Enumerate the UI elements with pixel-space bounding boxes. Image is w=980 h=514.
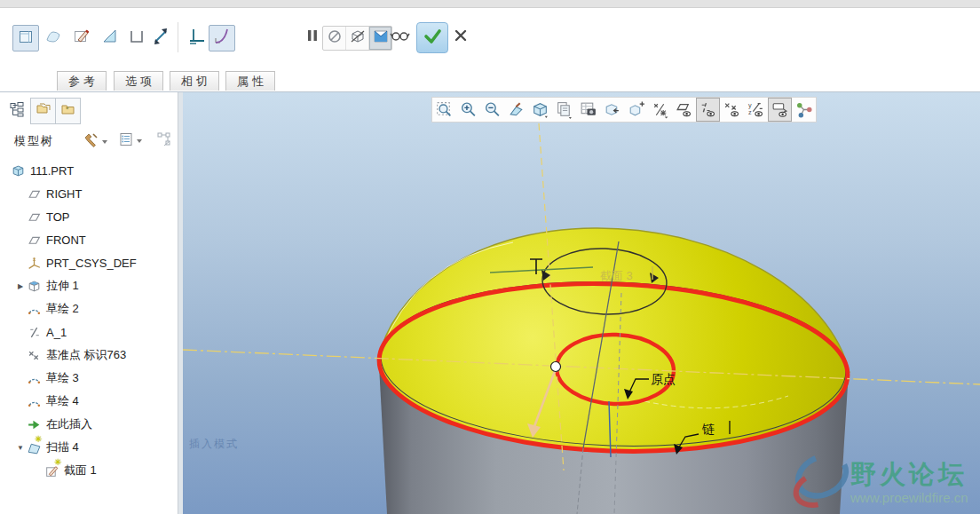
double-arrow-icon: [150, 26, 171, 51]
point-display-button[interactable]: [720, 98, 744, 122]
expand-icon[interactable]: ▶: [14, 282, 27, 290]
display-style-button[interactable]: [528, 98, 552, 122]
flip-direction-button[interactable]: [147, 25, 174, 51]
tree-item-front-plane[interactable]: FRONT: [0, 228, 178, 251]
saved-orientations-button[interactable]: [552, 98, 576, 122]
tree-item-label: FRONT: [46, 233, 86, 247]
orient-add-button[interactable]: [624, 98, 648, 122]
tree-tools-dropdown[interactable]: [82, 131, 107, 153]
folder-browser-tab[interactable]: [30, 98, 56, 124]
axis-icon: [27, 325, 42, 340]
tree-filter-icon: [156, 131, 172, 151]
tree-item-extrude[interactable]: ▶ 拉伸 1: [0, 274, 178, 297]
zoom-in-button[interactable]: [456, 98, 480, 122]
tab-tangency[interactable]: 相切: [170, 71, 219, 91]
surface-icon: [43, 27, 63, 50]
zoom-out-button[interactable]: [480, 98, 504, 122]
verify-button[interactable]: [387, 25, 412, 50]
normal-trajectory-button[interactable]: [184, 25, 210, 51]
open-rectangle-icon: [127, 27, 146, 50]
tree-item-label: 扫描 4: [46, 439, 79, 455]
tree-item-sweep[interactable]: ▼ ✳ 扫描 4: [0, 436, 178, 459]
section-sketch-icon: ✳: [44, 463, 59, 478]
tree-item-top-plane[interactable]: TOP: [0, 205, 178, 228]
section-label: 截面 3: [600, 269, 633, 282]
hammer-icon: [82, 131, 99, 153]
tree-item-label: TOP: [46, 210, 70, 224]
sketch-pencil-icon: [72, 27, 91, 50]
wireframe-preview-icon: [349, 28, 367, 49]
repaint-button[interactable]: [504, 98, 528, 122]
close-icon: [454, 28, 468, 46]
csys-display-button[interactable]: yz: [744, 98, 768, 122]
curve-icon: [211, 26, 233, 51]
pause-button[interactable]: [300, 25, 325, 50]
spin-center-point[interactable]: [551, 362, 561, 372]
tree-item-axis[interactable]: A_1: [0, 320, 178, 344]
tree-item-section[interactable]: ✳ 截面 1: [0, 459, 178, 482]
insert-here-icon: [27, 417, 42, 432]
thin-section-button[interactable]: [123, 25, 150, 51]
annotation-display-button[interactable]: [768, 98, 792, 122]
curve-tool-button[interactable]: [209, 25, 235, 51]
tree-item-label: 111.PRT: [30, 164, 74, 178]
regenerate-badge-icon: ✳: [35, 434, 42, 444]
ok-button[interactable]: [416, 22, 448, 53]
check-icon: [422, 26, 443, 51]
dashboard-ribbon: [0, 8, 980, 69]
graphics-toolbar: yz: [431, 97, 817, 123]
spin-center-button[interactable]: [792, 98, 816, 122]
favorites-tab[interactable]: *: [55, 98, 81, 124]
cancel-button[interactable]: [448, 25, 473, 50]
glasses-icon: [389, 25, 410, 50]
tree-filters-dropdown[interactable]: [118, 131, 142, 151]
tree-item-label: 截面 1: [64, 463, 97, 478]
watermark-title: 野火论坛: [850, 460, 968, 488]
tree-item-datum-point[interactable]: 基准点 标识763: [0, 344, 178, 367]
plane-display-button[interactable]: [672, 98, 696, 122]
application-window: 参考 选项 相切 属性 * 模型树: [0, 0, 980, 514]
model-tree-title: 模型树: [14, 133, 54, 149]
datum-plane-icon: [27, 233, 42, 248]
tree-icon: [9, 101, 25, 121]
view-images-button[interactable]: [576, 98, 600, 122]
refit-button[interactable]: [432, 98, 456, 122]
model-tree: 111.PRT RIGHT TOP FRONT PRT_CSYS_DEF ▶: [0, 159, 178, 482]
folders-icon: [35, 100, 52, 122]
no-preview-button[interactable]: [323, 27, 346, 50]
tab-options[interactable]: 选项: [114, 71, 163, 91]
wireframe-preview-button[interactable]: [346, 27, 369, 50]
tree-item-label: 基准点 标识763: [46, 347, 126, 363]
sketch-tool-button[interactable]: [68, 25, 95, 51]
collapse-icon[interactable]: ▼: [14, 444, 27, 452]
tree-item-sketch2[interactable]: 草绘 2: [0, 297, 178, 320]
remove-material-button[interactable]: [97, 25, 123, 51]
tab-properties[interactable]: 属性: [225, 71, 275, 91]
preview-group: [322, 26, 392, 51]
orient-mode-button[interactable]: [600, 98, 624, 122]
tree-item-insert-here[interactable]: 在此插入: [0, 413, 178, 436]
tree-item-csys[interactable]: PRT_CSYS_DEF: [0, 251, 178, 274]
tree-item-right-plane[interactable]: RIGHT: [0, 182, 178, 205]
solid-tool-button[interactable]: [12, 25, 39, 51]
window-top-strip: [0, 0, 980, 8]
tree-item-sketch3[interactable]: 草绘 3: [0, 367, 178, 390]
tree-item-label: A_1: [46, 326, 67, 339]
model-tree-header: 模型树: [0, 128, 178, 154]
sketch-icon: [27, 371, 42, 386]
extrude-icon: [27, 279, 42, 294]
tab-references[interactable]: 参考: [57, 71, 107, 91]
tree-item-part[interactable]: 111.PRT: [0, 159, 178, 182]
datum-display-filters-button[interactable]: [648, 98, 672, 122]
tree-view-tab[interactable]: [4, 98, 29, 124]
part-icon: [11, 163, 26, 178]
graphics-viewport[interactable]: 截面 3 原点 链 插入模式 野火论坛 www.proewildfire.cn: [183, 92, 980, 514]
tree-item-sketch4[interactable]: 草绘 4: [0, 390, 178, 413]
sketch-icon: [27, 302, 42, 317]
surface-tool-button[interactable]: [40, 25, 67, 51]
pause-icon: [304, 28, 320, 47]
tree-item-label: 草绘 2: [46, 301, 79, 317]
axis-display-button[interactable]: [696, 98, 720, 122]
tree-settings-button[interactable]: [156, 131, 172, 151]
list-icon: [118, 131, 134, 151]
